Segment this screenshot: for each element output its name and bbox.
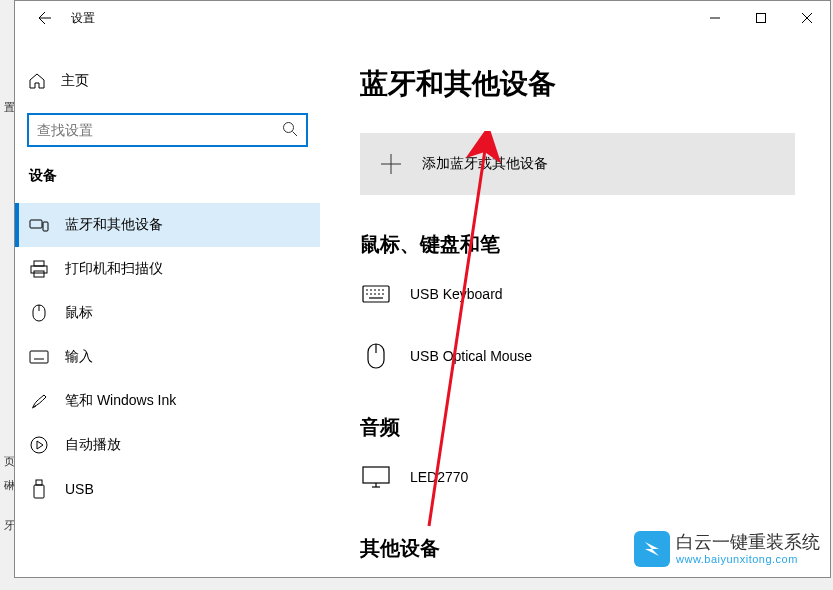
category-label: 设备: [29, 167, 320, 185]
autoplay-icon: [29, 435, 49, 455]
watermark-logo-icon: [634, 531, 670, 567]
monitor-icon: [362, 463, 390, 491]
home-label: 主页: [61, 72, 89, 90]
nav-item-usb[interactable]: USB: [15, 467, 320, 511]
device-row[interactable]: USB Optical Mouse: [360, 334, 810, 378]
keyboard-icon: [29, 347, 49, 367]
close-icon: [802, 13, 812, 23]
nav-item-label: 自动播放: [65, 436, 121, 454]
home-link[interactable]: 主页: [15, 65, 320, 97]
nav-item-mouse[interactable]: 鼠标: [15, 291, 320, 335]
sidebar: 主页 设备 蓝牙和其他设备: [15, 35, 320, 577]
maximize-button[interactable]: [738, 1, 784, 35]
home-icon: [27, 71, 47, 91]
settings-window: 设置 主页: [14, 0, 831, 578]
device-name: USB Optical Mouse: [410, 348, 532, 364]
nav-item-bluetooth[interactable]: 蓝牙和其他设备: [15, 203, 320, 247]
svg-rect-9: [31, 266, 47, 273]
nav-item-label: 笔和 Windows Ink: [65, 392, 176, 410]
svg-rect-21: [34, 485, 44, 498]
svg-rect-7: [43, 222, 48, 231]
watermark: 白云一键重装系统 www.baiyunxitong.com: [634, 531, 820, 567]
add-device-label: 添加蓝牙或其他设备: [422, 155, 548, 173]
window-controls: [692, 1, 830, 35]
plus-icon: [360, 133, 422, 195]
close-button[interactable]: [784, 1, 830, 35]
svg-point-19: [31, 437, 47, 453]
page-title: 蓝牙和其他设备: [360, 65, 810, 103]
svg-rect-13: [30, 351, 48, 363]
search-box[interactable]: [27, 113, 308, 147]
content-area: 蓝牙和其他设备 添加蓝牙或其他设备 鼠标、键盘和笔 USB Keyboard U…: [320, 35, 830, 577]
watermark-title: 白云一键重装系统: [676, 533, 820, 553]
search-icon: [282, 121, 298, 140]
device-name: LED2770: [410, 469, 468, 485]
back-button[interactable]: [23, 1, 63, 35]
svg-rect-38: [363, 467, 389, 483]
nav-item-printers[interactable]: 打印机和扫描仪: [15, 247, 320, 291]
nav-item-label: 输入: [65, 348, 93, 366]
search-input[interactable]: [37, 122, 282, 138]
titlebar: 设置: [15, 1, 830, 35]
usb-icon: [29, 479, 49, 499]
nav-item-typing[interactable]: 输入: [15, 335, 320, 379]
nav-item-label: USB: [65, 481, 94, 497]
device-name: USB Keyboard: [410, 286, 503, 302]
section-title-mkp: 鼠标、键盘和笔: [360, 231, 810, 258]
svg-line-5: [293, 131, 298, 136]
minimize-button[interactable]: [692, 1, 738, 35]
section-title-audio: 音频: [360, 414, 810, 441]
keyboard-device-icon: [362, 280, 390, 308]
nav-item-autoplay[interactable]: 自动播放: [15, 423, 320, 467]
svg-rect-8: [34, 261, 44, 266]
svg-rect-6: [30, 220, 42, 228]
mouse-icon: [29, 303, 49, 323]
nav-item-pen[interactable]: 笔和 Windows Ink: [15, 379, 320, 423]
device-row[interactable]: USB Keyboard: [360, 272, 810, 316]
add-device-button[interactable]: 添加蓝牙或其他设备: [360, 133, 795, 195]
bluetooth-devices-icon: [29, 215, 49, 235]
svg-point-4: [284, 122, 294, 132]
svg-rect-10: [34, 271, 44, 277]
svg-rect-20: [36, 480, 42, 485]
watermark-url: www.baiyunxitong.com: [676, 553, 820, 565]
background-artifacts: 置 页 碄 牙: [0, 0, 14, 590]
printer-icon: [29, 259, 49, 279]
maximize-icon: [756, 13, 766, 23]
window-title: 设置: [71, 10, 95, 27]
svg-rect-1: [757, 14, 766, 23]
device-row[interactable]: LED2770: [360, 455, 810, 499]
minimize-icon: [710, 13, 720, 23]
pen-icon: [29, 391, 49, 411]
mouse-device-icon: [362, 342, 390, 370]
nav-item-label: 打印机和扫描仪: [65, 260, 163, 278]
nav-item-label: 鼠标: [65, 304, 93, 322]
arrow-left-icon: [35, 10, 51, 26]
nav-list: 蓝牙和其他设备 打印机和扫描仪 鼠标: [15, 203, 320, 511]
nav-item-label: 蓝牙和其他设备: [65, 216, 163, 234]
device-row[interactable]: "hc"的PC 未连接: [360, 576, 810, 577]
